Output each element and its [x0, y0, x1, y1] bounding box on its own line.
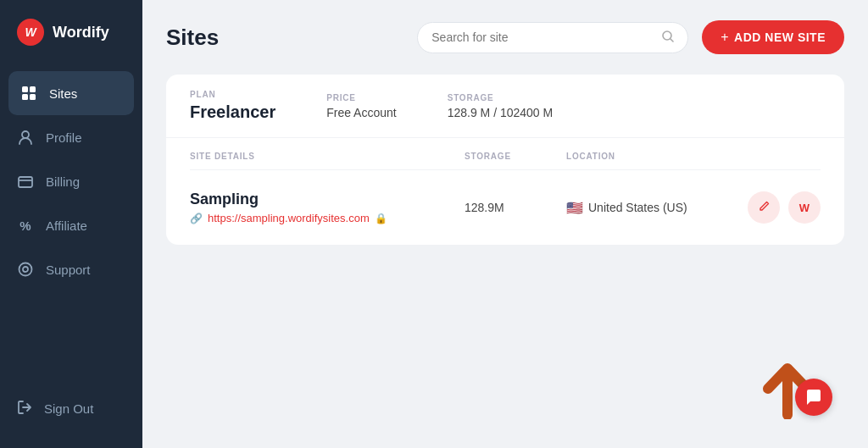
site-storage: 128.9M: [465, 201, 566, 214]
logo-text: Wordify: [53, 24, 109, 41]
search-box: [417, 22, 688, 53]
plan-label: PLAN: [190, 90, 275, 99]
sites-table-header: SITE DETAILS STORAGE LOCATION: [190, 152, 821, 170]
sidebar-logo: W Wordify: [0, 0, 142, 63]
header: Sites + ADD NEW SITE: [166, 20, 844, 54]
svg-point-6: [19, 263, 32, 276]
add-new-label: ADD NEW SITE: [734, 30, 826, 44]
flag-icon: 🇺🇸: [566, 200, 583, 216]
price-label: PRICE: [326, 93, 397, 102]
sidebar: W Wordify Sites Profile: [0, 0, 142, 448]
sites-label: Sites: [49, 86, 77, 101]
link-icon: 🔗: [190, 213, 203, 224]
table-row: Sampling 🔗 https://sampling.wordifysites…: [190, 184, 821, 231]
billing-label: Billing: [46, 174, 80, 189]
plus-icon: +: [721, 30, 729, 45]
site-info: Sampling 🔗 https://sampling.wordifysites…: [190, 191, 465, 224]
plan-card: PLAN Freelancer PRICE Free Account STORA…: [166, 75, 844, 245]
plan-name: Freelancer: [190, 102, 275, 122]
sidebar-item-support[interactable]: Support: [0, 247, 142, 291]
affiliate-icon: %: [17, 217, 34, 234]
svg-rect-5: [19, 177, 32, 187]
storage-label: STORAGE: [448, 93, 554, 102]
svg-point-7: [23, 267, 28, 272]
svg-rect-0: [22, 86, 28, 92]
svg-line-9: [670, 39, 673, 41]
signout-label: Sign Out: [44, 401, 93, 416]
billing-icon: [17, 173, 34, 190]
col-details-header: SITE DETAILS: [190, 152, 465, 161]
svg-rect-3: [30, 94, 36, 100]
site-url-row: 🔗 https://sampling.wordifysites.com 🔒: [190, 212, 465, 224]
svg-point-4: [22, 131, 29, 138]
sidebar-nav: Sites Profile Billing % Affiliate: [0, 63, 142, 386]
svg-rect-1: [30, 86, 36, 92]
search-icon: [662, 30, 674, 45]
content-area: PLAN Freelancer PRICE Free Account STORA…: [166, 75, 844, 428]
support-icon: [17, 261, 34, 278]
main-content: Sites + ADD NEW SITE PLAN Freelancer: [142, 0, 868, 448]
sidebar-bottom: Sign Out: [0, 386, 142, 448]
support-label: Support: [46, 263, 91, 277]
edit-site-button[interactable]: [748, 191, 780, 224]
storage-value: 128.9 M / 102400 M: [448, 106, 554, 119]
sidebar-item-profile[interactable]: Profile: [0, 115, 142, 159]
chat-button[interactable]: [795, 379, 832, 416]
col-location-header: LOCATION: [566, 152, 736, 161]
add-new-site-button[interactable]: + ADD NEW SITE: [702, 20, 844, 54]
search-input[interactable]: [431, 30, 655, 44]
logo-icon: W: [17, 19, 44, 46]
profile-icon: [17, 129, 34, 146]
site-url-link[interactable]: https://sampling.wordifysites.com: [208, 212, 370, 224]
col-storage-header: STORAGE: [465, 152, 566, 161]
sidebar-item-sites[interactable]: Sites: [8, 71, 134, 115]
plan-info: PLAN Freelancer: [190, 90, 275, 122]
location-text: United States (US): [588, 201, 687, 214]
affiliate-label: Affiliate: [46, 218, 87, 233]
signout-item[interactable]: Sign Out: [0, 386, 142, 431]
wordpress-icon: W: [799, 202, 810, 214]
svg-rect-2: [22, 94, 28, 100]
sidebar-item-billing[interactable]: Billing: [0, 159, 142, 203]
site-location: 🇺🇸 United States (US): [566, 200, 736, 216]
wordpress-button[interactable]: W: [788, 191, 821, 224]
sidebar-item-affiliate[interactable]: % Affiliate: [0, 203, 142, 247]
sites-section: SITE DETAILS STORAGE LOCATION Sampling 🔗…: [166, 138, 844, 245]
site-name: Sampling: [190, 191, 465, 208]
storage-info: STORAGE 128.9 M / 102400 M: [448, 93, 554, 119]
chat-icon: [804, 388, 823, 407]
page-title: Sites: [166, 25, 219, 51]
price-info: PRICE Free Account: [326, 93, 397, 119]
profile-label: Profile: [46, 130, 82, 145]
pencil-icon: [758, 200, 771, 215]
plan-section: PLAN Freelancer PRICE Free Account STORA…: [166, 75, 844, 138]
lock-icon: 🔒: [375, 213, 387, 224]
site-actions: W: [736, 191, 821, 224]
sites-icon: [20, 85, 37, 102]
price-value: Free Account: [326, 106, 397, 119]
signout-icon: [17, 400, 32, 418]
